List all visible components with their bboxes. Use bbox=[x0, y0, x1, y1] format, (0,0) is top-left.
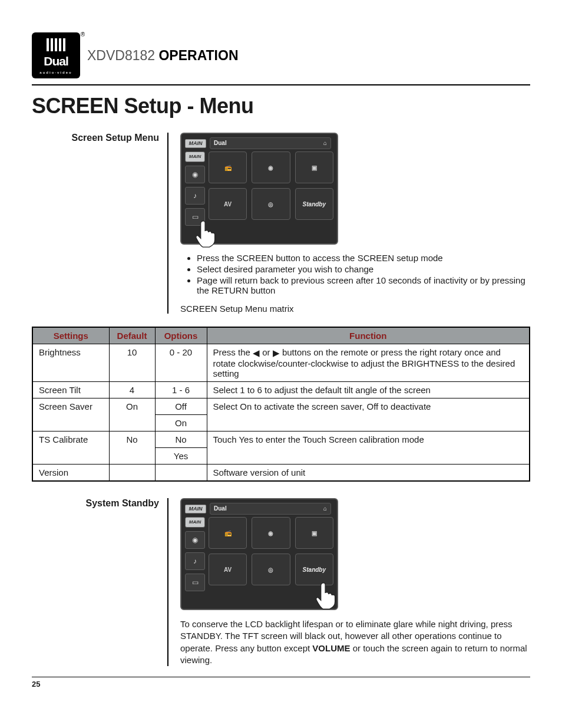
th-settings: Settings bbox=[32, 327, 109, 344]
cell-default bbox=[109, 465, 155, 482]
logo-word: Dual bbox=[44, 55, 68, 67]
device-brand: Dual bbox=[214, 140, 227, 146]
tile-aux-icon: ▣ bbox=[295, 517, 333, 549]
device-sidebar: MAIN ◉ ♪ ▭ bbox=[185, 517, 205, 605]
sidebar-main-tag: MAIN bbox=[185, 151, 205, 162]
table-header-row: Settings Default Options Function bbox=[32, 327, 530, 344]
cell-setting: Version bbox=[32, 465, 109, 482]
table-row: TS Calibrate No No Touch Yes to enter th… bbox=[32, 431, 530, 448]
cell-option: Off bbox=[155, 398, 207, 415]
sidebar-screen-icon: ▭ bbox=[185, 574, 205, 591]
bullet-1: Press the SCREEN button to access the SC… bbox=[197, 253, 530, 263]
standby-paragraph: To conserve the LCD backlight lifespan o… bbox=[180, 618, 530, 666]
sidebar-eq-icon: ♪ bbox=[185, 552, 205, 570]
cell-function: Select 1 to 6 to adjust the default tilt… bbox=[207, 382, 530, 398]
fn-pre: Press the bbox=[213, 347, 253, 357]
header-rule bbox=[32, 84, 530, 85]
close-icon: ⌂ bbox=[323, 506, 327, 512]
th-default: Default bbox=[109, 327, 155, 344]
tile-camera-icon: ◎ bbox=[252, 188, 290, 220]
table-row: Version Software version of unit bbox=[32, 465, 530, 482]
device-tile-grid: 📻 ◉ ▣ AV ◎ Standby bbox=[209, 151, 333, 240]
device-screenshot: MAIN Dual ⌂ MAIN ◉ ♪ ▭ 📻 ◉ bbox=[180, 498, 338, 610]
close-icon: ⌂ bbox=[323, 140, 327, 146]
cell-option: On bbox=[155, 415, 207, 431]
instruction-list: Press the SCREEN button to access the SC… bbox=[180, 253, 530, 295]
tile-av-icon: AV bbox=[209, 188, 247, 220]
device-title-bar: Dual ⌂ bbox=[210, 503, 331, 515]
main-tag: MAIN bbox=[185, 505, 206, 513]
section-content: MAIN Dual ⌂ MAIN ◉ ♪ ▭ 📻 ◉ bbox=[180, 133, 530, 314]
cell-option: 0 - 20 bbox=[155, 344, 207, 382]
device-title-bar: Dual ⌂ bbox=[210, 137, 331, 149]
bullet-3: Page will return back to previous screen… bbox=[197, 275, 530, 295]
cell-setting: TS Calibrate bbox=[32, 431, 109, 465]
fn-mid: or bbox=[262, 347, 273, 357]
cell-option bbox=[155, 465, 207, 482]
section-screen-setup: Screen Setup Menu MAIN Dual ⌂ MAIN ◉ ♪ ▭ bbox=[32, 133, 530, 314]
tile-av-icon: AV bbox=[209, 554, 247, 585]
sidebar-eq-icon: ♪ bbox=[185, 187, 205, 205]
sidebar-disc-icon: ◉ bbox=[185, 531, 205, 549]
cell-option: 1 - 6 bbox=[155, 382, 207, 398]
tile-disc-icon: ◉ bbox=[252, 151, 290, 183]
cell-setting: Screen Tilt bbox=[32, 382, 109, 398]
cell-default: On bbox=[109, 398, 155, 431]
logo-subtext: audio·video bbox=[39, 71, 72, 74]
page-number: 25 bbox=[32, 677, 530, 689]
tile-disc-icon: ◉ bbox=[252, 517, 290, 549]
section-label: Screen Setup Menu bbox=[32, 133, 168, 314]
cell-default: No bbox=[109, 431, 155, 465]
model-heading: XDVD8182 OPERATION bbox=[87, 48, 239, 64]
tile-radio-icon: 📻 bbox=[209, 517, 247, 549]
th-options: Options bbox=[155, 327, 207, 344]
cell-default: 4 bbox=[109, 382, 155, 398]
table-row: Screen Saver On Off Select On to activat… bbox=[32, 398, 530, 415]
bullet-2: Select desired parameter you wish to cha… bbox=[197, 264, 530, 274]
operation-word: OPERATION bbox=[158, 48, 238, 63]
sidebar-main-tag: MAIN bbox=[185, 517, 205, 528]
section-label: System Standby bbox=[32, 498, 168, 666]
cell-function-brightness: Press the ◀ or ▶ buttons on the remote o… bbox=[207, 344, 530, 382]
cell-option: No bbox=[155, 431, 207, 448]
table-row: Screen Tilt 4 1 - 6 Select 1 to 6 to adj… bbox=[32, 382, 530, 398]
right-arrow-icon: ▶ bbox=[273, 348, 280, 358]
document-page: Dual audio·video XDVD8182 OPERATION SCRE… bbox=[0, 0, 562, 703]
main-tag: MAIN bbox=[185, 139, 206, 148]
cell-option: Yes bbox=[155, 448, 207, 465]
tile-aux-icon: ▣ bbox=[295, 151, 333, 183]
cell-function: Software version of unit bbox=[207, 465, 530, 482]
sidebar-disc-icon: ◉ bbox=[185, 166, 205, 183]
settings-table: Settings Default Options Function Bright… bbox=[32, 327, 530, 482]
cell-function: Touch Yes to enter the Touch Screen cali… bbox=[207, 431, 530, 465]
cell-default: 10 bbox=[109, 344, 155, 382]
left-arrow-icon: ◀ bbox=[253, 348, 260, 358]
table-row: Brightness 10 0 - 20 Press the ◀ or ▶ bu… bbox=[32, 344, 530, 382]
touch-hand-icon bbox=[192, 218, 219, 251]
logo-bars-icon bbox=[47, 38, 65, 51]
section-content: MAIN Dual ⌂ MAIN ◉ ♪ ▭ 📻 ◉ bbox=[180, 498, 530, 666]
device-screenshot: MAIN Dual ⌂ MAIN ◉ ♪ ▭ 📻 ◉ bbox=[180, 133, 338, 245]
th-function: Function bbox=[207, 327, 530, 344]
cell-setting: Screen Saver bbox=[32, 398, 109, 431]
device-brand: Dual bbox=[214, 506, 227, 512]
matrix-caption: SCREEN Setup Menu matrix bbox=[180, 304, 530, 314]
page-header: Dual audio·video XDVD8182 OPERATION bbox=[32, 32, 530, 78]
tile-radio-icon: 📻 bbox=[209, 151, 247, 183]
page-title: SCREEN Setup - Menu bbox=[32, 94, 530, 118]
touch-hand-icon bbox=[312, 579, 339, 612]
tile-standby: Standby bbox=[295, 188, 333, 220]
section-system-standby: System Standby MAIN Dual ⌂ MAIN ◉ ♪ ▭ bbox=[32, 498, 530, 666]
cell-setting: Brightness bbox=[32, 344, 109, 382]
volume-word: VOLUME bbox=[312, 643, 350, 653]
brand-logo: Dual audio·video bbox=[32, 32, 80, 78]
cell-function: Select On to activate the screen saver, … bbox=[207, 398, 530, 431]
tile-camera-icon: ◎ bbox=[252, 554, 290, 585]
model-number: XDVD8182 bbox=[87, 48, 155, 63]
